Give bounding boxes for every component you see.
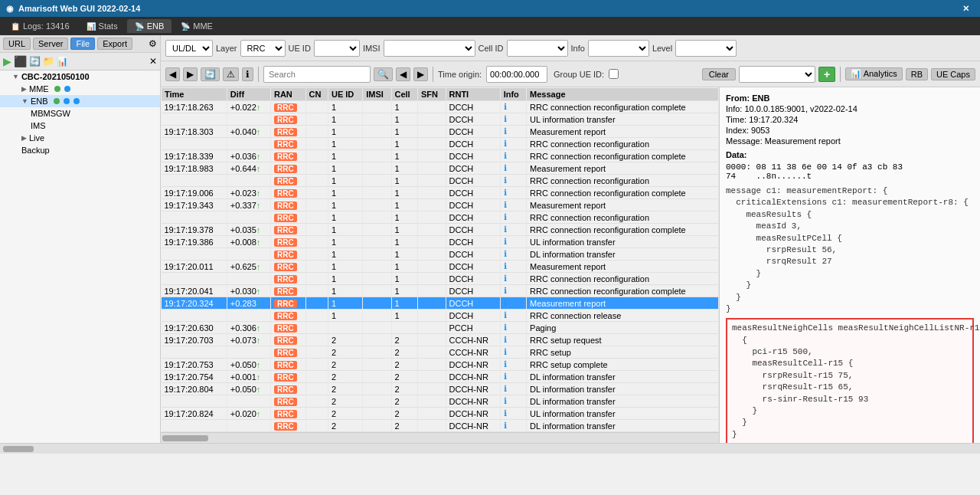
- cell-cell: 1: [391, 101, 417, 113]
- table-row[interactable]: 19:17:19.378+0.035↑RRC11DCCHℹRRC connect…: [162, 224, 719, 236]
- info-select[interactable]: [588, 40, 649, 57]
- table-row[interactable]: 19:17:19.006+0.023↑RRC11DCCHℹRRC connect…: [162, 187, 719, 199]
- arrow-icon: ↑: [256, 238, 261, 247]
- table-row[interactable]: RRC22CCCH-NRℹRRC setup: [162, 346, 719, 359]
- table-row[interactable]: 19:17:20.011+0.625↑RRC11DCCHℹMeasurement…: [162, 261, 719, 273]
- tab-logs[interactable]: 📋 Logs: 13416: [3, 19, 77, 33]
- folder-icon[interactable]: 📁: [43, 56, 54, 67]
- tab-enb[interactable]: 📡 ENB: [127, 19, 172, 33]
- arrow-icon: ↑: [256, 336, 261, 345]
- col-ueid[interactable]: UE ID: [328, 87, 362, 100]
- group-ueid-checkbox[interactable]: [609, 69, 619, 79]
- level-select[interactable]: [675, 40, 737, 57]
- table-row[interactable]: 19:17:18.339+0.036↑RRC11DCCHℹRRC connect…: [162, 150, 719, 162]
- next-search-btn[interactable]: ▶: [413, 67, 428, 81]
- warning-btn[interactable]: ⚠: [223, 67, 239, 81]
- table-row[interactable]: 19:17:20.324+0.283↑RRC11DCCHℹMeasurement…: [162, 297, 719, 310]
- uldl-select[interactable]: UL/DL UL DL: [165, 40, 213, 57]
- col-ran[interactable]: RAN: [270, 87, 305, 100]
- table-row[interactable]: RRC11DCCHℹRRC connection reconfiguration: [162, 211, 719, 224]
- prev-search-btn[interactable]: ◀: [396, 67, 410, 81]
- add-btn[interactable]: +: [818, 67, 835, 82]
- cell-time: 19:17:20.324: [162, 297, 227, 310]
- expand-arrow[interactable]: ▼: [12, 73, 19, 80]
- sidebar-item-ims[interactable]: IMS: [0, 120, 160, 132]
- table-row[interactable]: 19:17:20.804+0.050↑RRC22DCCH-NRℹDL infor…: [162, 383, 719, 395]
- sidebar-item-backup[interactable]: Backup: [0, 144, 160, 156]
- table-row[interactable]: 19:17:20.754+0.001↑RRC22DCCH-NRℹDL infor…: [162, 371, 719, 383]
- table-row[interactable]: 19:17:20.824+0.020↑RRC22DCCH-NRℹUL infor…: [162, 408, 719, 420]
- col-cn[interactable]: CN: [305, 87, 328, 100]
- detail-data-label: Data:: [726, 150, 974, 159]
- sidebar-item-live[interactable]: ▶ Live: [0, 132, 160, 144]
- time-origin-input[interactable]: [486, 66, 547, 83]
- table-row[interactable]: 19:17:19.343+0.337↑RRC11DCCHℹMeasurement…: [162, 199, 719, 211]
- cell-ueid: 1: [328, 297, 362, 310]
- imsi-select[interactable]: [384, 40, 475, 57]
- table-row[interactable]: RRC11DCCHℹRRC connection reconfiguration: [162, 138, 719, 150]
- col-info[interactable]: Info: [500, 87, 526, 100]
- col-cell[interactable]: Cell: [391, 87, 417, 100]
- cell-imsi: [363, 395, 391, 408]
- chart-icon[interactable]: 📊: [57, 56, 68, 67]
- settings-icon[interactable]: ⚙: [149, 38, 157, 49]
- table-row[interactable]: RRC11DCCHℹRRC connection reconfiguration: [162, 273, 719, 285]
- tab-stats[interactable]: 📊 Stats: [79, 19, 126, 33]
- back-btn[interactable]: ◀: [165, 67, 180, 81]
- filter-select2[interactable]: [739, 66, 815, 83]
- horizontal-scrollbar[interactable]: [161, 432, 719, 443]
- info-btn2[interactable]: ℹ: [242, 67, 253, 81]
- cellid-select[interactable]: [507, 40, 568, 57]
- file-button[interactable]: File: [70, 38, 95, 50]
- sidebar-item-mme[interactable]: ▶ MME: [0, 83, 160, 95]
- rrc-badge: RRC: [274, 103, 297, 112]
- table-row[interactable]: 19:17:20.753+0.050↑RRC22DCCH-NRℹRRC setu…: [162, 359, 719, 371]
- table-row[interactable]: RRC11DCCHℹRRC connection release: [162, 310, 719, 322]
- url-button[interactable]: URL: [3, 38, 31, 50]
- clear-btn[interactable]: Clear: [702, 68, 736, 80]
- play-icon[interactable]: ▶: [3, 55, 11, 67]
- col-diff[interactable]: Diff: [227, 87, 270, 100]
- table-row[interactable]: RRC22DCCH-NRℹDL information transfer: [162, 395, 719, 408]
- table-row[interactable]: 19:17:18.983+0.644↑RRC11DCCHℹMeasurement…: [162, 162, 719, 175]
- table-row[interactable]: RRC11DCCHℹRRC connection reconfiguration: [162, 175, 719, 187]
- table-row[interactable]: RRC11DCCHℹDL information transfer: [162, 248, 719, 261]
- col-rnti[interactable]: RNTI: [446, 87, 500, 100]
- col-message[interactable]: Message: [527, 87, 719, 100]
- tab-mme[interactable]: 📡 MME: [173, 19, 220, 33]
- col-time[interactable]: Time: [162, 87, 227, 100]
- cell-imsi: [363, 346, 391, 359]
- rb-btn[interactable]: RB: [906, 68, 928, 80]
- analytics-btn[interactable]: 📊 Analytics: [845, 67, 902, 80]
- ueid-select[interactable]: [314, 40, 360, 57]
- close-button[interactable]: ✕: [958, 4, 974, 14]
- uecaps-btn[interactable]: UE Caps: [931, 68, 975, 80]
- bottom-scrollbar[interactable]: [0, 443, 980, 454]
- sidebar-item-mbmsgw[interactable]: MBMSGW: [0, 107, 160, 120]
- table-row[interactable]: 19:17:18.303+0.040↑RRC11DCCHℹMeasurement…: [162, 126, 719, 138]
- forward-btn[interactable]: ▶: [183, 67, 198, 81]
- close-sidebar-icon[interactable]: ✕: [149, 56, 157, 67]
- export-button[interactable]: Export: [97, 38, 132, 50]
- server-button[interactable]: Server: [33, 38, 68, 50]
- table-row[interactable]: RRC22DCCH-NRℹDL information transfer: [162, 420, 719, 432]
- sidebar-item-enb[interactable]: ▼ ENB: [0, 95, 160, 107]
- table-row[interactable]: RRC11DCCHℹUL information transfer: [162, 113, 719, 126]
- search-btn[interactable]: 🔍: [374, 67, 393, 81]
- table-row[interactable]: 19:17:18.263+0.022↑RRC11DCCHℹRRC connect…: [162, 101, 719, 113]
- stop-icon[interactable]: ⬛: [14, 55, 27, 67]
- layer-select[interactable]: RRC NAS S1AP: [240, 40, 286, 57]
- table-row[interactable]: 19:17:19.386+0.008↑RRC11DCCHℹUL informat…: [162, 236, 719, 248]
- refresh-btn[interactable]: 🔄: [201, 67, 220, 81]
- cell-time: 19:17:20.703: [162, 334, 227, 346]
- search-input[interactable]: [263, 66, 371, 83]
- table-row[interactable]: 19:17:20.630+0.306↑RRCPCCHℹPaging: [162, 322, 719, 334]
- col-sfn[interactable]: SFN: [417, 87, 446, 100]
- table-row[interactable]: 19:17:20.041+0.030↑RRC11DCCHℹRRC connect…: [162, 285, 719, 297]
- table-row[interactable]: 19:17:20.703+0.073↑RRC22CCCH-NRℹRRC setu…: [162, 334, 719, 346]
- arrow-icon: ↑: [256, 152, 261, 161]
- refresh-icon[interactable]: 🔄: [29, 56, 41, 67]
- cell-info: ℹ: [500, 359, 526, 371]
- col-imsi[interactable]: IMSI: [363, 87, 391, 100]
- log-table[interactable]: Time Diff RAN CN UE ID IMSI Cell SFN RNT…: [161, 87, 719, 432]
